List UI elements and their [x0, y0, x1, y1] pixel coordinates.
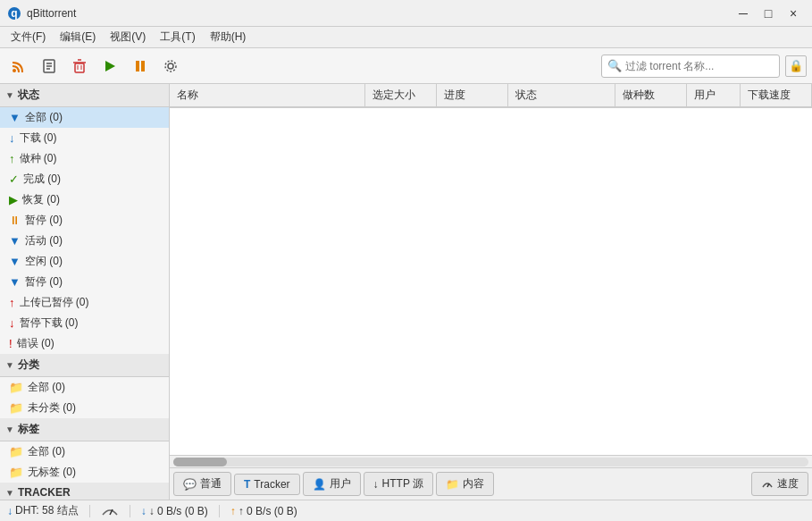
- sidebar-item-category-all[interactable]: 📁 全部 (0): [0, 377, 169, 398]
- search-icon: 🔍: [607, 59, 622, 72]
- tab-content-label: 内容: [463, 476, 484, 492]
- sidebar-item-stalled[interactable]: ▼ 暂停 (0): [0, 272, 169, 292]
- sidebar-item-resume[interactable]: ▶ 恢复 (0): [0, 189, 169, 210]
- sidebar-item-download[interactable]: ↓ 下载 (0): [0, 128, 169, 148]
- filter-upload-paused-icon: ↑: [9, 296, 15, 309]
- col-status[interactable]: 状态: [508, 84, 615, 106]
- tab-general-icon: 💬: [183, 478, 197, 491]
- table-body: [170, 108, 812, 455]
- dht-icon: ↓: [7, 505, 13, 517]
- col-speed-label: 下载速度: [748, 88, 791, 103]
- tab-tracker[interactable]: T Tracker: [234, 474, 300, 495]
- rss-button[interactable]: [5, 53, 32, 80]
- lock-button[interactable]: 🔒: [785, 55, 807, 77]
- tab-peers-label: 用户: [330, 476, 351, 492]
- svg-rect-7: [75, 63, 84, 72]
- download-speed-label: ↓ 0 B/s (0 B): [149, 505, 208, 517]
- filter-download-icon: ↓: [9, 131, 15, 145]
- speed-label: 速度: [777, 476, 799, 492]
- sidebar-section-tags[interactable]: ▼ 标签: [0, 418, 169, 441]
- col-size[interactable]: 选定大小: [365, 84, 437, 106]
- sidebar-item-no-tag-label: 无标签 (0): [28, 465, 76, 480]
- speed-gauge-icon: [101, 504, 119, 518]
- status-section-label: 状态: [18, 88, 39, 103]
- col-size-label: 选定大小: [373, 88, 415, 103]
- menu-file[interactable]: 文件(F): [4, 28, 53, 46]
- close-button[interactable]: ×: [782, 4, 805, 23]
- svg-rect-13: [136, 61, 139, 71]
- filter-paused-icon: ⏸: [9, 214, 21, 227]
- sidebar-item-no-tag[interactable]: 📁 无标签 (0): [0, 462, 169, 483]
- col-seeds-label: 做种数: [623, 88, 655, 103]
- menu-view[interactable]: 视图(V): [103, 28, 153, 46]
- menu-tools[interactable]: 工具(T): [153, 28, 202, 46]
- add-torrent-file-button[interactable]: [36, 53, 63, 80]
- category-none-icon: 📁: [9, 401, 23, 415]
- sidebar-item-category-none[interactable]: 📁 未分类 (0): [0, 398, 169, 418]
- main-area: ▼ 状态 ▼ 全部 (0) ↓ 下载 (0) ↑ 做种 (0) ✓ 完成 (0)…: [0, 84, 812, 500]
- col-progress[interactable]: 进度: [437, 84, 508, 106]
- sidebar-item-upload-paused[interactable]: ↑ 上传已暂停 (0): [0, 292, 169, 313]
- scrollbar-track: [173, 458, 808, 466]
- settings-button[interactable]: [157, 53, 184, 80]
- sidebar-item-stalled-label: 暂停 (0): [25, 274, 63, 290]
- sidebar-item-idle-label: 空闲 (0): [25, 254, 63, 269]
- svg-marker-12: [105, 61, 115, 71]
- sidebar-item-seed[interactable]: ↑ 做种 (0): [0, 148, 169, 169]
- sidebar-item-error-label: 错误 (0): [17, 336, 54, 351]
- sidebar-item-download-label: 下载 (0): [20, 130, 57, 146]
- tab-http-label: HTTP 源: [382, 476, 423, 492]
- tab-general-label: 普通: [200, 476, 222, 492]
- tab-peers[interactable]: 👤 用户: [303, 472, 361, 496]
- sidebar-section-status[interactable]: ▼ 状态: [0, 84, 169, 107]
- sidebar-item-download-paused-label: 暂停下载 (0): [20, 315, 79, 331]
- sidebar-item-complete[interactable]: ✓ 完成 (0): [0, 169, 169, 189]
- filter-active-icon: ▼: [9, 234, 21, 248]
- col-name[interactable]: 名称: [170, 84, 365, 106]
- tab-content[interactable]: 📁 内容: [436, 472, 494, 496]
- category-section-label: 分类: [18, 357, 39, 373]
- tab-tracker-label: Tracker: [254, 478, 289, 491]
- sidebar: ▼ 状态 ▼ 全部 (0) ↓ 下载 (0) ↑ 做种 (0) ✓ 完成 (0)…: [0, 84, 170, 500]
- col-name-label: 名称: [177, 88, 198, 103]
- pause-button[interactable]: [127, 53, 154, 80]
- search-input[interactable]: [625, 60, 774, 72]
- upload-arrow-icon: ↑: [230, 505, 236, 517]
- sidebar-section-tracker[interactable]: ▼ TRACKER: [0, 483, 169, 500]
- col-speed[interactable]: 下载速度: [741, 84, 812, 106]
- status-bar: ↓ DHT: 58 结点 ↓ ↓ 0 B/s (0 B) ↑ ↑ 0 B/s (…: [0, 500, 812, 521]
- sidebar-item-active-label: 活动 (0): [25, 233, 63, 248]
- app-icon: q: [7, 6, 21, 21]
- svg-rect-14: [141, 61, 145, 71]
- sidebar-section-category[interactable]: ▼ 分类: [0, 354, 169, 377]
- tab-general[interactable]: 💬 普通: [173, 472, 231, 496]
- sidebar-item-tag-all[interactable]: 📁 全部 (0): [0, 441, 169, 462]
- sidebar-item-active[interactable]: ▼ 活动 (0): [0, 231, 169, 251]
- upload-speed-label: ↑ 0 B/s (0 B): [239, 505, 297, 517]
- speed-button[interactable]: 速度: [751, 472, 808, 496]
- sidebar-item-seed-label: 做种 (0): [20, 151, 57, 166]
- sidebar-item-download-paused[interactable]: ↓ 暂停下载 (0): [0, 313, 169, 333]
- col-seeds[interactable]: 做种数: [615, 84, 687, 106]
- delete-button[interactable]: [66, 53, 93, 80]
- minimize-button[interactable]: ─: [732, 4, 755, 23]
- tab-http-sources[interactable]: ↓ HTTP 源: [364, 472, 433, 496]
- tracker-section-arrow: ▼: [5, 488, 14, 498]
- sidebar-item-idle[interactable]: ▼ 空闲 (0): [0, 251, 169, 272]
- sidebar-item-paused[interactable]: ⏸ 暂停 (0): [0, 210, 169, 231]
- menu-edit[interactable]: 编辑(E): [53, 28, 103, 46]
- sidebar-item-all[interactable]: ▼ 全部 (0): [0, 107, 169, 128]
- horizontal-scrollbar[interactable]: [170, 455, 812, 467]
- filter-seed-icon: ↑: [9, 152, 15, 165]
- col-users[interactable]: 用户: [687, 84, 741, 106]
- maximize-button[interactable]: □: [757, 4, 780, 23]
- sidebar-item-upload-paused-label: 上传已暂停 (0): [20, 295, 89, 310]
- resume-button[interactable]: [96, 53, 123, 80]
- menu-help[interactable]: 帮助(H): [203, 28, 254, 46]
- no-tag-icon: 📁: [9, 466, 23, 479]
- status-section-arrow: ▼: [5, 90, 14, 100]
- scrollbar-thumb[interactable]: [173, 458, 227, 466]
- bottom-tabs: 💬 普通 T Tracker 👤 用户 ↓ HTTP 源 📁 内容: [170, 467, 812, 500]
- sidebar-item-error[interactable]: ! 错误 (0): [0, 333, 169, 354]
- sidebar-item-tag-all-label: 全部 (0): [28, 444, 65, 459]
